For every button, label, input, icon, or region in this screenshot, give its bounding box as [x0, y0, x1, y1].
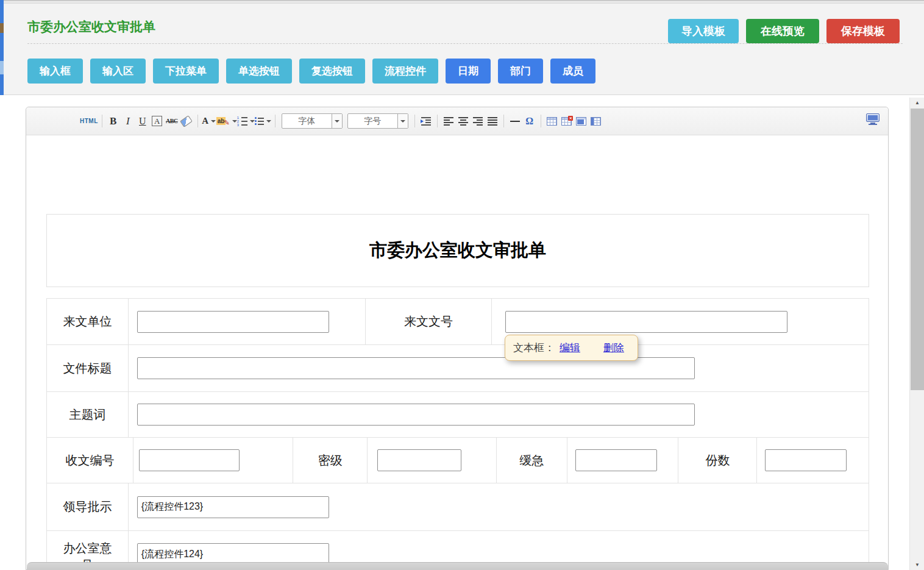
scrollbar-thumb[interactable] — [911, 109, 924, 390]
add-radio-button[interactable]: 单选按钮 — [226, 59, 292, 84]
font-size-select[interactable]: 字号 — [347, 113, 408, 129]
scroll-up-arrow[interactable]: ▲ — [910, 98, 924, 108]
toolbar-separator — [437, 115, 438, 127]
field-label: 来文单位 — [63, 313, 112, 330]
import-template-button[interactable]: 导入模板 — [668, 19, 739, 43]
form-title-box: 市委办公室收文审批单 — [46, 214, 869, 287]
control-tooltip: 文本框： 编辑 删除 — [505, 335, 638, 361]
chevron-down-icon[interactable] — [332, 114, 342, 128]
remove-format-icon[interactable] — [179, 113, 194, 129]
table-cell — [128, 299, 365, 344]
dashed-divider — [27, 43, 903, 44]
label-cell: 主题词 — [47, 392, 128, 437]
editor-content[interactable]: 市委办公室收文审批单 来文单位 来文文号 文件标题 — [26, 135, 888, 563]
label-cell: 密级 — [293, 438, 367, 483]
html-source-icon[interactable]: HTML — [80, 113, 98, 129]
align-center-icon[interactable] — [456, 113, 471, 129]
toolbar-separator — [503, 115, 504, 127]
urgency-input[interactable] — [575, 449, 657, 471]
label-cell: 份数 — [678, 438, 756, 483]
table-cell — [567, 438, 678, 483]
table-cell — [367, 438, 496, 483]
pencil-icon: ✎ — [224, 119, 229, 127]
left-strip-mark — [0, 23, 4, 33]
editor-statusbar[interactable] — [27, 562, 888, 570]
toolbar-separator — [275, 115, 275, 127]
table-row: 领导批示 — [47, 483, 869, 530]
font-family-select[interactable]: 字体 — [282, 113, 343, 129]
copies-input[interactable] — [765, 449, 847, 471]
table-cell — [756, 438, 869, 483]
table-row: 文件标题 — [47, 344, 869, 391]
unordered-list-icon[interactable] — [255, 113, 271, 129]
label-cell: 文件标题 — [47, 345, 128, 391]
label-cell: 办公室意见 — [47, 531, 128, 563]
table-cell — [133, 438, 293, 483]
align-right-icon[interactable] — [471, 113, 485, 129]
label-cell: 来文单位 — [47, 299, 128, 344]
incoming-unit-input[interactable] — [137, 311, 329, 333]
add-dropdown-button[interactable]: 下拉菜单 — [153, 59, 219, 84]
table-cell — [128, 483, 869, 530]
form-table: 来文单位 来文文号 文件标题 — [46, 298, 869, 563]
indent-icon[interactable] — [419, 113, 433, 129]
justify-icon[interactable] — [485, 113, 500, 129]
office-opinion-input[interactable] — [137, 543, 329, 563]
italic-icon[interactable]: I — [121, 113, 135, 129]
scroll-down-arrow[interactable]: ▼ — [910, 560, 924, 570]
bold-icon[interactable]: B — [106, 113, 121, 129]
toolbar-separator — [102, 115, 102, 127]
subject-words-input[interactable] — [137, 404, 695, 426]
underline-icon[interactable]: U — [135, 113, 150, 129]
add-textarea-button[interactable]: 输入区 — [90, 59, 146, 84]
page-title: 市委办公室收文审批单 — [27, 18, 155, 35]
add-department-button[interactable]: 部门 — [498, 59, 543, 84]
align-left-icon[interactable] — [441, 113, 456, 129]
table-row: 来文单位 来文文号 — [47, 299, 869, 344]
leader-instructions-input[interactable] — [137, 496, 329, 518]
chevron-down-icon — [250, 120, 255, 123]
label-cell: 缓急 — [496, 438, 567, 483]
ordered-list-icon[interactable]: 1 2 3 — [237, 113, 255, 129]
add-checkbox-button[interactable]: 复选按钮 — [299, 59, 365, 84]
label-cell: 收文编号 — [47, 438, 133, 483]
secrecy-level-input[interactable] — [377, 449, 461, 471]
delete-table-icon[interactable]: ✕ — [560, 113, 574, 129]
highlight-color-icon[interactable]: ab✎ — [216, 113, 237, 129]
table-row: 主题词 — [47, 391, 869, 437]
vertical-scrollbar[interactable]: ▲ ▼ — [909, 98, 924, 570]
save-template-button[interactable]: 保存模板 — [826, 19, 900, 43]
page: 市委办公室收文审批单 导入模板 在线预览 保存模板 输入框 输入区 下拉菜单 单… — [0, 0, 924, 570]
field-label: 来文文号 — [404, 313, 453, 330]
font-style-icon[interactable]: A — [150, 113, 165, 129]
header-actions: 导入模板 在线预览 保存模板 — [668, 19, 900, 43]
add-date-button[interactable]: 日期 — [446, 59, 491, 84]
tooltip-label: 文本框： — [513, 341, 555, 355]
chevron-down-icon — [211, 120, 216, 123]
strikethrough-icon[interactable]: ABC — [165, 113, 179, 129]
left-edge-strip — [0, 0, 4, 95]
table-properties-icon[interactable] — [589, 113, 603, 129]
field-label: 文件标题 — [63, 360, 112, 377]
horizontal-rule-icon[interactable] — [508, 113, 522, 129]
chevron-down-icon[interactable] — [397, 114, 408, 128]
field-label: 办公室意见 — [62, 540, 113, 563]
font-color-icon[interactable]: A — [202, 113, 216, 129]
add-input-box-button[interactable]: 输入框 — [27, 59, 83, 84]
edit-link[interactable]: 编辑 — [560, 341, 580, 355]
add-flow-control-button[interactable]: 流程控件 — [372, 59, 438, 84]
special-char-icon[interactable]: Ω — [522, 113, 537, 129]
online-preview-button[interactable]: 在线预览 — [746, 19, 819, 43]
form-title: 市委办公室收文审批单 — [369, 238, 546, 263]
delete-link[interactable]: 删除 — [603, 341, 624, 355]
incoming-doc-number-input[interactable] — [505, 311, 787, 333]
receipt-number-input[interactable] — [139, 449, 240, 471]
header-panel: 市委办公室收文审批单 导入模板 在线预览 保存模板 输入框 输入区 下拉菜单 单… — [0, 4, 924, 95]
add-member-button[interactable]: 成员 — [550, 59, 595, 84]
fullscreen-icon[interactable] — [866, 113, 880, 125]
insert-table-icon[interactable] — [545, 113, 560, 129]
cell-properties-icon[interactable] — [574, 113, 589, 129]
field-label: 缓急 — [519, 452, 544, 469]
field-label: 密级 — [318, 452, 343, 469]
table-cell — [128, 392, 869, 437]
